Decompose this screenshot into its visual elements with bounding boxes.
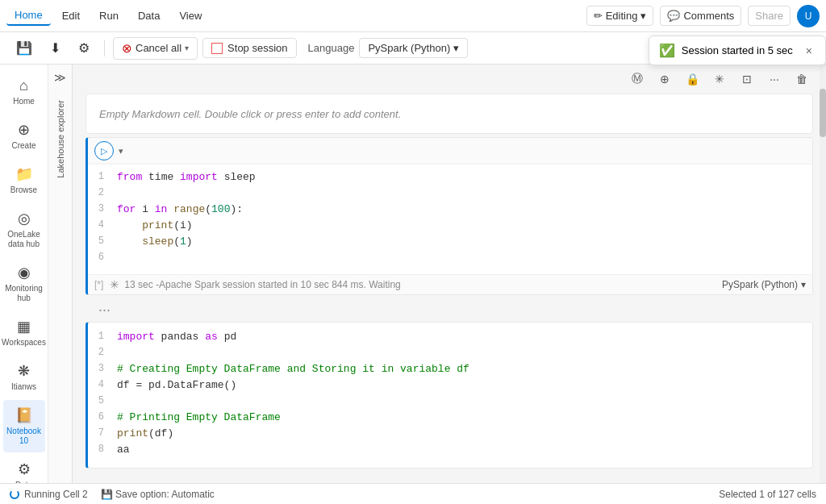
comments-button[interactable]: 💬 Comments bbox=[660, 6, 741, 26]
scrollbar[interactable] bbox=[820, 65, 826, 483]
markdown-hint: Empty Markdown cell. Double click or pre… bbox=[99, 108, 401, 120]
markdown-icon-btn[interactable]: Ⓜ bbox=[626, 68, 649, 90]
comment-icon: 💬 bbox=[667, 10, 680, 22]
sidebar-item-data-engineering[interactable]: ⚙ Data Engineering bbox=[3, 454, 45, 483]
running-status: Running Cell 2 bbox=[10, 489, 88, 500]
cell1-lang-selector[interactable]: PySpark (Python) ▾ bbox=[722, 279, 806, 290]
cancel-chevron-icon: ▾ bbox=[185, 44, 189, 52]
cell1-id: [*] bbox=[94, 279, 103, 290]
chevron-down-icon: ▾ bbox=[640, 10, 646, 22]
sidebar-item-create[interactable]: ⊕ Create bbox=[3, 115, 45, 157]
cell-toolbar-top: Ⓜ ⊕ 🔒 ✳ ⊡ ··· 🗑 bbox=[86, 65, 813, 94]
code-line: 8 aa bbox=[88, 444, 812, 460]
lock-btn[interactable]: 🔒 bbox=[681, 68, 703, 90]
ai-btn[interactable]: ✳ bbox=[708, 68, 731, 90]
sidebar-item-workspaces[interactable]: ▦ Workspaces bbox=[3, 311, 45, 354]
menu-tab-edit[interactable]: Edit bbox=[54, 6, 88, 25]
avatar-initials: U bbox=[805, 10, 812, 22]
code-line: 3 for i in range(100): bbox=[88, 203, 812, 219]
menu-tab-run[interactable]: Run bbox=[91, 6, 127, 25]
cancel-all-button[interactable]: ⊗ Cancel all ▾ bbox=[113, 37, 198, 60]
cell1-lang-label: PySpark (Python) bbox=[722, 279, 798, 290]
save-button[interactable]: 💾 bbox=[10, 37, 39, 59]
save-status: 💾 Save option: Automatic bbox=[101, 489, 215, 500]
sidebar-item-itianws[interactable]: ❋ Itianws bbox=[3, 356, 45, 398]
comments-label: Comments bbox=[683, 10, 734, 22]
code-line: 6 # Printing Empty DataFrame bbox=[88, 411, 812, 427]
editing-button[interactable]: ✏ Editing ▾ bbox=[586, 6, 654, 26]
cancel-label: Cancel all bbox=[136, 42, 181, 54]
more-btn[interactable]: ··· bbox=[763, 68, 786, 90]
sidebar-item-notebook[interactable]: 📔 Notebook 10 bbox=[3, 400, 45, 452]
code-cell-2: 1 import pandas as pd 2 3 # Creating Emp… bbox=[86, 322, 813, 469]
spinner-icon bbox=[10, 489, 19, 499]
spinner-icon: ✳ bbox=[110, 278, 119, 291]
cell1-chevron[interactable]: ▾ bbox=[119, 146, 123, 156]
share-label: Share bbox=[755, 10, 783, 22]
code-line: 4 df = pd.DataFrame() bbox=[88, 379, 812, 395]
main-layout: ⌂ Home ⊕ Create 📁 Browse ◎ OneLake data … bbox=[0, 65, 826, 483]
explorer-label: Lakehouse explorer bbox=[52, 90, 69, 188]
browse-icon: 📁 bbox=[15, 165, 33, 183]
cell2-code[interactable]: 1 import pandas as pd 2 3 # Creating Emp… bbox=[88, 323, 812, 468]
editing-label: Editing bbox=[606, 10, 638, 22]
sidebar-item-onelake[interactable]: ◎ OneLake data hub bbox=[3, 203, 45, 256]
settings-button[interactable]: ⚙ bbox=[72, 37, 96, 59]
share-button[interactable]: Share bbox=[748, 6, 791, 26]
code-line: 1 from time import sleep bbox=[88, 171, 812, 187]
explorer-expand-button[interactable]: ≫ bbox=[51, 65, 69, 90]
language-label: Language bbox=[308, 42, 355, 54]
code-line: 5 bbox=[88, 395, 812, 411]
language-selector[interactable]: PySpark (Python) ▾ bbox=[359, 38, 468, 58]
status-bar: Running Cell 2 💾 Save option: Automatic … bbox=[0, 483, 826, 504]
code-line: 2 bbox=[88, 347, 812, 363]
workspaces-icon: ▦ bbox=[17, 318, 31, 335]
download-icon: ⬇ bbox=[50, 40, 60, 56]
cell1-status-text: 13 sec -Apache Spark session started in … bbox=[124, 279, 400, 290]
sidebar-item-home[interactable]: ⌂ Home bbox=[3, 71, 45, 113]
menu-tab-data[interactable]: Data bbox=[130, 6, 168, 25]
cell1-header: ▷ ▾ bbox=[88, 138, 812, 165]
cell1-code[interactable]: 1 from time import sleep 2 3 for i in ra… bbox=[88, 165, 812, 274]
gear-icon: ⚙ bbox=[78, 40, 90, 56]
toast-close-button[interactable]: × bbox=[806, 44, 812, 57]
session-toast: ✅ Session started in 5 sec × bbox=[649, 35, 826, 65]
delete-btn[interactable]: 🗑 bbox=[791, 68, 813, 90]
download-button[interactable]: ⬇ bbox=[44, 37, 67, 59]
avatar[interactable]: U bbox=[797, 5, 820, 27]
toolbar: 💾 ⬇ ⚙ ⊗ Cancel all ▾ Stop session Langua… bbox=[0, 32, 826, 65]
cell1-lang-chevron-icon: ▾ bbox=[801, 279, 806, 290]
code-line: 6 bbox=[88, 252, 812, 268]
run-cell1-button[interactable]: ▷ bbox=[94, 141, 114, 160]
onelake-icon: ◎ bbox=[18, 210, 31, 227]
stop-icon bbox=[211, 43, 223, 54]
notebook-content[interactable]: Ⓜ ⊕ 🔒 ✳ ⊡ ··· 🗑 Empty Markdown cell. Dou… bbox=[73, 65, 826, 483]
lang-value: PySpark (Python) bbox=[368, 42, 450, 54]
stop-session-button[interactable]: Stop session bbox=[202, 38, 296, 58]
cell1-status: ✳ 13 sec -Apache Spark session started i… bbox=[110, 278, 400, 291]
code-line: 2 bbox=[88, 187, 812, 203]
markdown-cell[interactable]: Empty Markdown cell. Double click or pre… bbox=[86, 94, 813, 134]
sidebar-item-browse[interactable]: 📁 Browse bbox=[3, 159, 45, 202]
collapsed-indicator: ··· bbox=[86, 298, 813, 322]
create-icon: ⊕ bbox=[18, 121, 30, 139]
scrollbar-thumb bbox=[820, 89, 826, 137]
itianws-icon: ❋ bbox=[18, 362, 30, 380]
menu-tab-home[interactable]: Home bbox=[6, 6, 51, 26]
add-cell-btn[interactable]: ⊕ bbox=[653, 68, 676, 90]
sidebar-item-monitoring[interactable]: ◉ Monitoring hub bbox=[3, 257, 45, 310]
running-label: Running Cell 2 bbox=[24, 489, 88, 500]
monitoring-icon: ◉ bbox=[18, 264, 31, 281]
save-icon: 💾 bbox=[101, 489, 113, 500]
sidebar: ⌂ Home ⊕ Create 📁 Browse ◎ OneLake data … bbox=[0, 65, 48, 483]
code-line: 3 # Creating Empty DataFrame and Storing… bbox=[88, 363, 812, 379]
divider1 bbox=[104, 40, 105, 56]
stop-label: Stop session bbox=[227, 42, 287, 54]
data-engineering-icon: ⚙ bbox=[18, 460, 31, 478]
success-icon: ✅ bbox=[659, 43, 675, 58]
save-label: Save option: Automatic bbox=[115, 489, 215, 500]
menu-tab-view[interactable]: View bbox=[171, 6, 210, 25]
lang-chevron-icon: ▾ bbox=[453, 42, 459, 54]
split-btn[interactable]: ⊡ bbox=[736, 68, 758, 90]
toast-message: Session started in 5 sec bbox=[682, 44, 793, 56]
